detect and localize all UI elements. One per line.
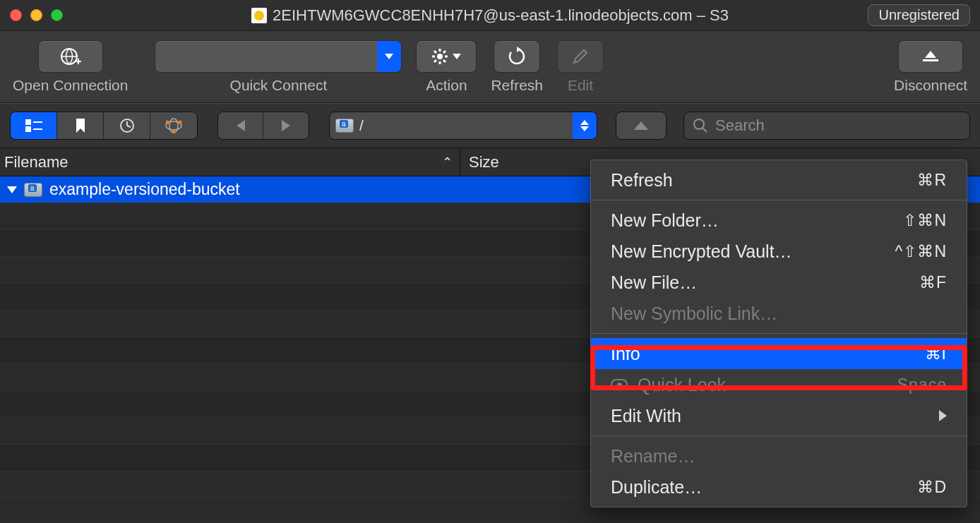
ctx-edit-with-label: Edit With: [611, 406, 681, 426]
view-list-button[interactable]: [11, 112, 57, 139]
svg-line-9: [443, 60, 446, 62]
sort-ascending-icon: ⌃: [442, 155, 453, 170]
main-toolbar: Open Connection Quick Connect Action Ref…: [0, 31, 980, 103]
chevron-down-icon: [453, 54, 461, 59]
triangle-left-icon: [237, 120, 245, 131]
nav-back-forward: [217, 112, 309, 140]
column-header-size[interactable]: Size: [460, 153, 499, 172]
path-text: /: [359, 117, 364, 134]
svg-line-10: [434, 60, 436, 62]
search-icon: [693, 118, 708, 133]
ctx-new-symlink: New Symbolic Link…: [591, 298, 967, 329]
go-up-button[interactable]: [616, 112, 667, 140]
context-menu: Refresh ⌘R New Folder… ⇧⌘N New Encrypted…: [590, 160, 967, 507]
svg-point-3: [437, 54, 443, 59]
ctx-new-vault-label: New Encrypted Vault…: [611, 241, 792, 262]
open-connection-group: Open Connection: [13, 40, 128, 94]
minimize-window-button[interactable]: [30, 9, 42, 21]
file-name: example-versioned-bucket: [49, 180, 240, 199]
column-header-filename-label: Filename: [4, 153, 68, 172]
svg-point-24: [166, 121, 169, 124]
svg-point-27: [694, 119, 704, 129]
path-dropdown[interactable]: /: [329, 112, 597, 140]
svg-point-25: [179, 121, 182, 124]
window-controls: [10, 9, 63, 21]
bookmarks-button[interactable]: [57, 112, 104, 139]
quick-connect-group: Quick Connect: [155, 40, 402, 94]
view-segmented-control: [10, 112, 198, 140]
ctx-quick-look-label: Quick Look: [638, 375, 726, 395]
search-placeholder: Search: [715, 116, 765, 135]
ctx-edit-with[interactable]: Edit With: [591, 400, 967, 431]
ctx-info[interactable]: Info ⌘I: [591, 338, 967, 369]
svg-line-8: [434, 51, 436, 53]
eye-icon: [611, 379, 628, 390]
action-label: Action: [426, 77, 467, 94]
ctx-refresh-label: Refresh: [611, 170, 673, 191]
refresh-group: Refresh: [491, 40, 543, 94]
triangle-up-icon: [634, 121, 648, 130]
open-connection-label: Open Connection: [13, 77, 128, 94]
disconnect-button[interactable]: [898, 40, 963, 73]
history-button[interactable]: [104, 112, 150, 139]
svg-line-28: [703, 128, 707, 132]
action-group: Action: [416, 40, 477, 94]
ctx-separator: [591, 435, 967, 436]
action-button[interactable]: [416, 40, 477, 73]
nav-back-button[interactable]: [218, 112, 263, 139]
disclosure-triangle-icon[interactable]: [7, 186, 17, 193]
ctx-separator: [591, 333, 967, 334]
quick-connect-label: Quick Connect: [230, 77, 328, 94]
column-header-size-label: Size: [469, 153, 499, 171]
ctx-quick-look: Quick Look Space: [591, 369, 967, 400]
svg-rect-14: [923, 59, 938, 61]
chevron-down-icon: [377, 41, 401, 72]
triangle-right-icon: [282, 120, 290, 131]
ctx-new-file[interactable]: New File… ⌘F: [591, 267, 967, 298]
svg-line-11: [443, 51, 446, 53]
ctx-new-vault-shortcut: ^⇧⌘N: [895, 242, 947, 261]
nav-forward-button[interactable]: [263, 112, 309, 139]
ctx-rename-label: Rename…: [611, 446, 695, 467]
close-window-button[interactable]: [10, 9, 22, 21]
open-connection-button[interactable]: [38, 40, 103, 73]
refresh-label: Refresh: [491, 77, 543, 94]
ctx-new-folder-shortcut: ⇧⌘N: [903, 211, 947, 230]
svg-line-21: [127, 126, 131, 127]
volume-icon: [335, 119, 354, 133]
zoom-window-button[interactable]: [51, 9, 63, 21]
ctx-new-vault[interactable]: New Encrypted Vault… ^⇧⌘N: [591, 236, 967, 267]
svg-rect-15: [25, 119, 31, 125]
search-input[interactable]: Search: [683, 112, 970, 140]
disconnect-label: Disconnect: [894, 77, 967, 94]
ctx-new-file-label: New File…: [611, 272, 697, 293]
bucket-icon: [24, 183, 42, 197]
edit-button[interactable]: [557, 40, 604, 73]
path-stepper-icon: [573, 112, 597, 139]
edit-group: Edit: [557, 40, 604, 94]
quick-connect-dropdown[interactable]: [155, 40, 402, 73]
ctx-separator: [591, 200, 967, 200]
ctx-quick-look-shortcut: Space: [897, 375, 947, 395]
svg-point-26: [172, 131, 176, 134]
ctx-duplicate-shortcut: ⌘D: [917, 478, 947, 497]
svg-marker-13: [925, 51, 936, 58]
ctx-duplicate[interactable]: Duplicate… ⌘D: [591, 471, 967, 503]
ctx-new-folder[interactable]: New Folder… ⇧⌘N: [591, 205, 967, 236]
svg-rect-17: [25, 126, 31, 132]
unregistered-badge[interactable]: Unregistered: [868, 4, 970, 26]
refresh-button[interactable]: [494, 40, 540, 73]
ctx-rename: Rename…: [591, 440, 967, 471]
disconnect-group: Disconnect: [894, 40, 967, 94]
column-header-filename[interactable]: Filename ⌃: [0, 148, 460, 176]
ctx-info-label: Info: [611, 344, 640, 364]
ctx-new-symlink-label: New Symbolic Link…: [611, 303, 777, 324]
titlebar: 2EIHTWM6GWCC8ENHH7H7@us-east-1.linodeobj…: [0, 0, 980, 31]
edit-label: Edit: [568, 77, 593, 94]
submenu-arrow-icon: [939, 410, 947, 421]
ctx-info-shortcut: ⌘I: [925, 344, 947, 363]
ctx-refresh[interactable]: Refresh ⌘R: [591, 164, 967, 196]
ctx-refresh-shortcut: ⌘R: [917, 171, 947, 190]
app-icon: [251, 8, 267, 23]
bonjour-button[interactable]: [150, 112, 197, 139]
